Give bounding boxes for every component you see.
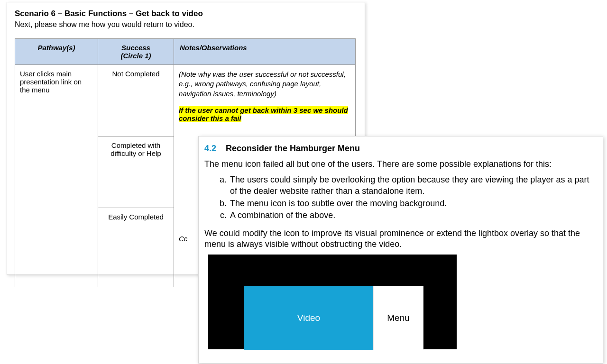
recommendation-paragraph: We could modify the icon to improve its … bbox=[204, 228, 595, 250]
scenario-subtitle: Next, please show me how you would retur… bbox=[15, 20, 357, 29]
scenario-title: Scenario 6 – Basic Functions – Get back … bbox=[15, 9, 357, 18]
table-header-row: Pathway(s) Success (Circle 1) Notes/Obse… bbox=[15, 39, 356, 65]
success-cell-difficulty: Completed with difficulty or Help bbox=[98, 136, 174, 208]
table-row: User clicks main presentation link on th… bbox=[15, 65, 356, 136]
intro-paragraph: The menu icon failed all but one of the … bbox=[204, 159, 595, 170]
success-cell-not-completed: Not Completed bbox=[98, 65, 174, 136]
section-number: 4.2 bbox=[204, 143, 223, 154]
pathway-cell: User clicks main presentation link on th… bbox=[15, 65, 98, 287]
header-success: Success (Circle 1) bbox=[98, 39, 174, 65]
section-heading: 4.2 Reconsider the Hamburger Menu bbox=[204, 143, 595, 154]
header-notes: Notes/Observations bbox=[174, 39, 356, 65]
section-title: Reconsider the Hamburger Menu bbox=[226, 144, 360, 153]
mockup-video-region: Video bbox=[244, 286, 374, 350]
list-item: The users could simply be overlooking th… bbox=[229, 174, 595, 197]
mockup-menu-region: Menu bbox=[373, 286, 423, 350]
player-mockup: Video Menu bbox=[208, 255, 457, 349]
header-success-top: Success bbox=[121, 44, 150, 52]
success-cell-easy: Easily Completed bbox=[98, 208, 174, 287]
header-success-sub: (Circle 1) bbox=[103, 52, 169, 60]
list-item: The menu icon is too subtle over the mov… bbox=[229, 198, 595, 209]
header-pathways: Pathway(s) bbox=[15, 39, 98, 65]
recommendation-document: 4.2 Reconsider the Hamburger Menu The me… bbox=[198, 136, 603, 364]
explanation-list: The users could simply be overlooking th… bbox=[229, 174, 595, 221]
notes-italic: (Note why was the user successful or not… bbox=[179, 70, 350, 99]
list-item: A combination of the above. bbox=[229, 210, 595, 221]
notes-tail: Cc bbox=[179, 235, 187, 243]
notes-highlight: If the user cannot get back within 3 sec… bbox=[179, 106, 348, 122]
